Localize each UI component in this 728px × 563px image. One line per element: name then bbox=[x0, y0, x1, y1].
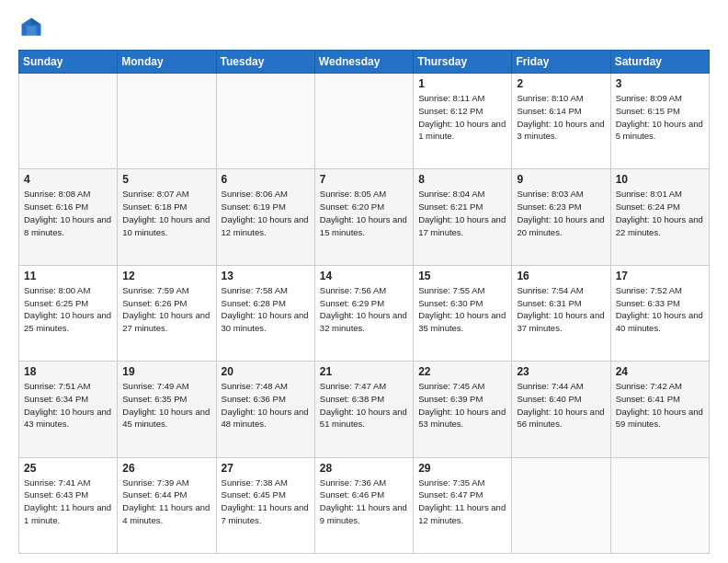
page: SundayMondayTuesdayWednesdayThursdayFrid… bbox=[0, 0, 728, 563]
day-number: 9 bbox=[517, 173, 605, 186]
calendar-cell bbox=[216, 74, 314, 169]
day-number: 10 bbox=[616, 173, 704, 186]
weekday-header-row: SundayMondayTuesdayWednesdayThursdayFrid… bbox=[19, 51, 710, 74]
calendar-cell bbox=[118, 74, 216, 169]
calendar-cell: 2Sunrise: 8:10 AM Sunset: 6:14 PM Daylig… bbox=[512, 74, 610, 169]
day-info: Sunrise: 7:49 AM Sunset: 6:35 PM Dayligh… bbox=[122, 380, 210, 431]
calendar-cell: 4Sunrise: 8:08 AM Sunset: 6:16 PM Daylig… bbox=[19, 169, 118, 265]
day-info: Sunrise: 7:45 AM Sunset: 6:39 PM Dayligh… bbox=[418, 380, 506, 431]
calendar-cell: 19Sunrise: 7:49 AM Sunset: 6:35 PM Dayli… bbox=[118, 362, 216, 457]
day-info: Sunrise: 7:56 AM Sunset: 6:29 PM Dayligh… bbox=[320, 284, 408, 335]
day-info: Sunrise: 8:11 AM Sunset: 6:12 PM Dayligh… bbox=[418, 92, 506, 143]
weekday-header-sunday: Sunday bbox=[19, 51, 118, 74]
calendar-week-5: 25Sunrise: 7:41 AM Sunset: 6:43 PM Dayli… bbox=[19, 457, 710, 553]
calendar-cell: 15Sunrise: 7:55 AM Sunset: 6:30 PM Dayli… bbox=[414, 265, 512, 361]
calendar-cell: 5Sunrise: 8:07 AM Sunset: 6:18 PM Daylig… bbox=[118, 169, 216, 265]
calendar-cell: 10Sunrise: 8:01 AM Sunset: 6:24 PM Dayli… bbox=[610, 169, 709, 265]
svg-marker-1 bbox=[31, 18, 41, 25]
day-info: Sunrise: 7:51 AM Sunset: 6:34 PM Dayligh… bbox=[24, 380, 112, 431]
calendar-cell bbox=[610, 457, 709, 553]
calendar-cell: 28Sunrise: 7:36 AM Sunset: 6:46 PM Dayli… bbox=[314, 457, 413, 553]
day-info: Sunrise: 7:42 AM Sunset: 6:41 PM Dayligh… bbox=[616, 380, 704, 431]
day-info: Sunrise: 8:05 AM Sunset: 6:20 PM Dayligh… bbox=[320, 188, 408, 238]
day-info: Sunrise: 8:07 AM Sunset: 6:18 PM Dayligh… bbox=[122, 188, 210, 238]
day-info: Sunrise: 7:39 AM Sunset: 6:44 PM Dayligh… bbox=[122, 477, 210, 527]
day-number: 23 bbox=[517, 365, 605, 378]
day-number: 26 bbox=[122, 462, 210, 475]
calendar-cell: 3Sunrise: 8:09 AM Sunset: 6:15 PM Daylig… bbox=[610, 74, 709, 169]
day-number: 24 bbox=[616, 365, 704, 378]
calendar-cell: 18Sunrise: 7:51 AM Sunset: 6:34 PM Dayli… bbox=[19, 362, 118, 457]
day-number: 18 bbox=[24, 365, 112, 378]
day-info: Sunrise: 7:35 AM Sunset: 6:47 PM Dayligh… bbox=[418, 477, 506, 527]
day-info: Sunrise: 7:52 AM Sunset: 6:33 PM Dayligh… bbox=[616, 284, 704, 335]
day-info: Sunrise: 8:04 AM Sunset: 6:21 PM Dayligh… bbox=[418, 188, 506, 238]
day-number: 6 bbox=[222, 173, 310, 186]
day-info: Sunrise: 7:47 AM Sunset: 6:38 PM Dayligh… bbox=[320, 380, 408, 431]
calendar-cell: 20Sunrise: 7:48 AM Sunset: 6:36 PM Dayli… bbox=[216, 362, 314, 457]
calendar-cell: 13Sunrise: 7:58 AM Sunset: 6:28 PM Dayli… bbox=[216, 265, 314, 361]
calendar-cell: 7Sunrise: 8:05 AM Sunset: 6:20 PM Daylig… bbox=[314, 169, 413, 265]
weekday-header-friday: Friday bbox=[512, 51, 610, 74]
day-info: Sunrise: 7:38 AM Sunset: 6:45 PM Dayligh… bbox=[222, 477, 310, 527]
calendar-cell: 11Sunrise: 8:00 AM Sunset: 6:25 PM Dayli… bbox=[19, 265, 118, 361]
day-number: 15 bbox=[418, 270, 506, 282]
calendar-week-2: 4Sunrise: 8:08 AM Sunset: 6:16 PM Daylig… bbox=[19, 169, 710, 265]
calendar-table: SundayMondayTuesdayWednesdayThursdayFrid… bbox=[18, 50, 710, 554]
day-number: 3 bbox=[616, 77, 704, 90]
calendar-cell bbox=[19, 74, 118, 169]
day-number: 11 bbox=[24, 270, 112, 282]
day-number: 17 bbox=[616, 270, 704, 282]
day-info: Sunrise: 8:08 AM Sunset: 6:16 PM Dayligh… bbox=[24, 188, 112, 238]
day-info: Sunrise: 8:06 AM Sunset: 6:19 PM Dayligh… bbox=[222, 188, 310, 238]
weekday-header-saturday: Saturday bbox=[610, 51, 709, 74]
calendar-cell: 12Sunrise: 7:59 AM Sunset: 6:26 PM Dayli… bbox=[118, 265, 216, 361]
calendar-cell: 21Sunrise: 7:47 AM Sunset: 6:38 PM Dayli… bbox=[314, 362, 413, 457]
calendar-cell: 9Sunrise: 8:03 AM Sunset: 6:23 PM Daylig… bbox=[512, 169, 610, 265]
calendar-cell: 29Sunrise: 7:35 AM Sunset: 6:47 PM Dayli… bbox=[414, 457, 512, 553]
day-number: 12 bbox=[122, 270, 210, 282]
calendar-cell: 6Sunrise: 8:06 AM Sunset: 6:19 PM Daylig… bbox=[216, 169, 314, 265]
day-info: Sunrise: 7:48 AM Sunset: 6:36 PM Dayligh… bbox=[222, 380, 310, 431]
day-number: 20 bbox=[222, 365, 310, 378]
calendar-cell: 23Sunrise: 7:44 AM Sunset: 6:40 PM Dayli… bbox=[512, 362, 610, 457]
day-number: 4 bbox=[24, 173, 112, 186]
day-number: 25 bbox=[24, 462, 112, 475]
day-info: Sunrise: 8:00 AM Sunset: 6:25 PM Dayligh… bbox=[24, 284, 112, 335]
day-info: Sunrise: 8:10 AM Sunset: 6:14 PM Dayligh… bbox=[517, 92, 605, 143]
logo bbox=[18, 15, 48, 40]
day-number: 5 bbox=[122, 173, 210, 186]
day-number: 21 bbox=[320, 365, 408, 378]
calendar-cell bbox=[314, 74, 413, 169]
calendar-cell: 1Sunrise: 8:11 AM Sunset: 6:12 PM Daylig… bbox=[414, 74, 512, 169]
day-number: 28 bbox=[320, 462, 408, 475]
day-info: Sunrise: 7:54 AM Sunset: 6:31 PM Dayligh… bbox=[517, 284, 605, 335]
calendar-week-3: 11Sunrise: 8:00 AM Sunset: 6:25 PM Dayli… bbox=[19, 265, 710, 361]
day-number: 2 bbox=[517, 77, 605, 90]
day-number: 8 bbox=[418, 173, 506, 186]
weekday-header-tuesday: Tuesday bbox=[216, 51, 314, 74]
svg-rect-2 bbox=[27, 26, 37, 36]
logo-icon bbox=[18, 15, 44, 40]
calendar-cell: 24Sunrise: 7:42 AM Sunset: 6:41 PM Dayli… bbox=[610, 362, 709, 457]
day-info: Sunrise: 7:58 AM Sunset: 6:28 PM Dayligh… bbox=[222, 284, 310, 335]
weekday-header-wednesday: Wednesday bbox=[314, 51, 413, 74]
calendar-cell: 17Sunrise: 7:52 AM Sunset: 6:33 PM Dayli… bbox=[610, 265, 709, 361]
day-info: Sunrise: 7:44 AM Sunset: 6:40 PM Dayligh… bbox=[517, 380, 605, 431]
calendar-cell: 16Sunrise: 7:54 AM Sunset: 6:31 PM Dayli… bbox=[512, 265, 610, 361]
day-info: Sunrise: 7:55 AM Sunset: 6:30 PM Dayligh… bbox=[418, 284, 506, 335]
weekday-header-thursday: Thursday bbox=[414, 51, 512, 74]
calendar-week-1: 1Sunrise: 8:11 AM Sunset: 6:12 PM Daylig… bbox=[19, 74, 710, 169]
calendar-cell: 26Sunrise: 7:39 AM Sunset: 6:44 PM Dayli… bbox=[118, 457, 216, 553]
day-number: 14 bbox=[320, 270, 408, 282]
day-info: Sunrise: 8:09 AM Sunset: 6:15 PM Dayligh… bbox=[616, 92, 704, 143]
calendar-cell: 14Sunrise: 7:56 AM Sunset: 6:29 PM Dayli… bbox=[314, 265, 413, 361]
calendar-cell: 8Sunrise: 8:04 AM Sunset: 6:21 PM Daylig… bbox=[414, 169, 512, 265]
day-info: Sunrise: 8:03 AM Sunset: 6:23 PM Dayligh… bbox=[517, 188, 605, 238]
day-info: Sunrise: 7:36 AM Sunset: 6:46 PM Dayligh… bbox=[320, 477, 408, 527]
header bbox=[18, 15, 710, 40]
calendar-cell bbox=[512, 457, 610, 553]
day-number: 27 bbox=[222, 462, 310, 475]
day-number: 16 bbox=[517, 270, 605, 282]
day-number: 13 bbox=[222, 270, 310, 282]
